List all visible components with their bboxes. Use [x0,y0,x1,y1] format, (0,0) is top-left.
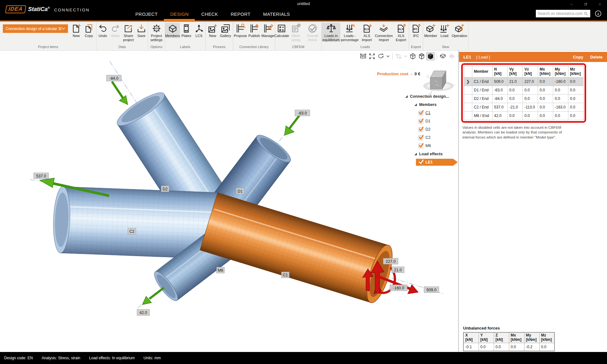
row-selector[interactable] [464,86,472,95]
member-cell[interactable]: C1 / End [472,77,492,86]
cube-shaded-icon[interactable] [418,52,425,60]
row-selector[interactable] [464,103,472,112]
delete-button[interactable]: Delete [590,55,603,59]
value-cell[interactable]: 0.0 [538,77,553,86]
ribbon-button-save[interactable]: Save [135,23,148,38]
member-cell[interactable]: D2 / End [472,95,492,103]
viewport-3d-scene[interactable]: 537.0-84.0-63.042.0227.021.0-160.0509.0D… [0,51,458,352]
maximize-icon[interactable] [579,0,593,8]
tree-expander-icon[interactable] [405,95,408,98]
value-cell[interactable]: 0.0 [553,86,568,95]
tree-item-member-d2[interactable]: D2 [404,125,459,133]
checkbox-checked-icon[interactable] [418,144,423,148]
value-cell[interactable]: -84.0 [492,95,508,103]
ribbon-button-operation[interactable]: Operation [451,23,468,38]
value-cell[interactable]: -160.0 [553,77,568,86]
ribbon-button-members[interactable]: Members [165,23,180,38]
viewport-3d[interactable]: 537.0-84.0-63.042.0227.021.0-160.0509.0D… [0,51,458,352]
tree-item-load-effect-le1[interactable]: LE1 [404,158,459,166]
value-cell[interactable]: 0.0 [538,95,553,103]
tab-design[interactable]: DESIGN [164,8,195,21]
value-cell[interactable]: -113.0 [523,103,538,112]
search-icon[interactable] [584,11,588,16]
value-cell[interactable]: 0.0 [523,112,538,120]
status-load-effects[interactable]: Load effects:In equilibrium [89,356,135,360]
value-cell[interactable]: 227.0 [523,77,538,86]
value-cell[interactable]: 509.0 [492,77,508,86]
member-cell[interactable]: M6 / End [472,112,492,120]
close-icon[interactable] [593,0,607,8]
value-cell[interactable]: 0.0 [553,95,568,103]
search-input[interactable] [538,11,584,16]
value-cell[interactable]: 0.0 [523,95,538,103]
value-cell[interactable]: -21.0 [508,103,523,112]
value-cell[interactable]: -63.0 [492,86,508,95]
status-analysis[interactable]: Analysis:Stress, strain [42,356,80,360]
row-selector[interactable] [464,112,472,120]
ribbon-button-gallery[interactable]: Gallery [219,23,232,38]
value-cell[interactable]: 0.0 [568,77,584,86]
ribbon-button-lcs[interactable]: LCS [193,23,205,38]
value-cell[interactable]: 0.0 [568,86,584,95]
member-cell[interactable]: D1 / End [472,86,492,95]
cube-wire-icon[interactable] [409,52,417,60]
tree-expander-icon[interactable] [414,103,417,106]
value-cell[interactable]: 0.0 [523,86,538,95]
navigation-cube[interactable] [424,71,455,95]
value-cell[interactable]: 0.0 [568,112,584,120]
ribbon-button-loads-in-equilibrium[interactable]: Loads in equilibrium [322,23,340,42]
tab-materials[interactable]: MATERIALS [257,8,296,21]
ribbon-button-project-settings[interactable]: </>Project settings [148,23,165,42]
member-cell[interactable]: C2 / End [472,103,492,112]
ribbon-button-plates[interactable]: Plates [180,23,193,38]
tab-project[interactable]: PROJECT [129,8,164,21]
status-units[interactable]: Units:mm [144,356,161,360]
ribbon-button-xls-export[interactable]: XLSXLS Export [393,23,409,42]
checkbox-checked-icon[interactable] [418,127,423,132]
status-design-code[interactable]: Design code:EN [4,356,33,360]
info-icon[interactable] [594,10,602,17]
tree-item-member-c1[interactable]: C1 [404,109,459,117]
copy-button[interactable]: Copy [573,55,583,59]
ribbon-button-share-project[interactable]: Share project [122,23,135,42]
ribbon-button-calculate[interactable]: Calculate [275,23,288,38]
measure-icon[interactable] [359,52,367,60]
ribbon-button-ifc[interactable]: IFCIFC [410,23,422,38]
tree-item-load-effects[interactable]: Load effects [404,150,459,158]
chevron-down-icon[interactable] [386,52,390,60]
section-icon[interactable] [439,52,447,60]
value-cell[interactable]: 537.0 [492,103,508,112]
value-cell[interactable]: -163.0 [553,103,568,112]
value-cell[interactable]: 21.0 [508,77,523,86]
tab-check[interactable]: CHECK [195,8,224,21]
value-cell[interactable]: 0.0 [553,112,568,120]
value-cell[interactable]: 0.0 [508,112,523,120]
row-selector[interactable] [464,95,472,103]
ribbon-button-xls-import[interactable]: XLSXLS Import [359,23,375,42]
value-cell[interactable]: 0.0 [508,95,523,103]
ribbon-button-undo[interactable]: Undo [96,23,109,38]
tree-item-member-d1[interactable]: D1 [404,117,459,125]
value-cell[interactable]: 0.0 [568,103,584,112]
ribbon-button-publish[interactable]: Publish [248,23,261,38]
checkbox-checked-icon[interactable] [418,135,423,140]
tree-item-member-c2[interactable]: C2 [404,133,459,142]
connection-type-dropdown[interactable]: Connection design of a tubular 3D t [3,24,68,33]
value-cell[interactable]: 42.0 [492,112,508,120]
checkbox-checked-icon[interactable] [418,160,423,165]
tab-report[interactable]: REPORT [224,8,257,21]
row-selector[interactable]: ❯ [464,77,472,86]
ribbon-button-new[interactable]: New [70,23,83,38]
tree-item-members[interactable]: Members [404,101,459,109]
tree-expander-icon[interactable] [414,153,417,155]
value-cell[interactable]: 0.0 [508,86,523,95]
search-box[interactable] [536,10,590,17]
rotate-icon[interactable] [377,52,385,60]
value-cell[interactable]: 0.0 [538,103,553,112]
checkbox-checked-icon[interactable] [418,111,423,115]
tree-item-root[interactable]: Connection design... [404,92,459,101]
ribbon-button-manage[interactable]: Manage [261,23,275,38]
ribbon-button-member[interactable]: Member [423,23,438,38]
value-cell[interactable]: 0.0 [568,95,584,103]
tree-item-member-m6[interactable]: M6 [404,142,459,150]
